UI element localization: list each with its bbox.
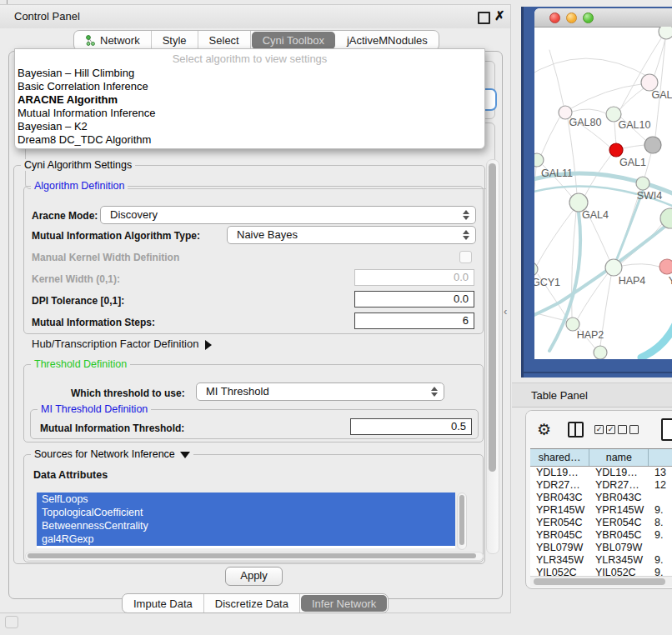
dpi-tolerance-field[interactable]: 0.0 [354,291,474,308]
table-row[interactable]: YPR145WYPR145W9. [530,504,672,517]
data-attributes-list[interactable]: SelfLoopsTopologicalCoefficientBetweenne… [37,492,455,548]
attribute-list-item[interactable]: TopologicalCoefficient [37,506,455,519]
network-node-gal11[interactable] [534,153,544,167]
dropdown-item[interactable]: Bayesian – Hill Climbing [15,67,484,80]
checked-box-icon: ✓ [606,425,615,434]
sources-title: Sources for Network Inference [34,448,175,460]
corner-grip-icon[interactable] [5,616,18,628]
settings-scrollbar-thumb[interactable] [489,163,496,472]
network-icon [85,35,96,46]
network-edge [614,122,616,144]
mi-algorithm-type-combo[interactable]: Naive Bayes [227,226,476,244]
document-icon[interactable] [661,418,672,441]
node-label: GAL10 [619,119,651,131]
attributes-scrollbar-thumb[interactable] [459,495,464,545]
mi-steps-field[interactable]: 6 [354,312,474,329]
attributes-vertical-scrollbar[interactable] [457,492,467,550]
aracne-mode-combo[interactable]: Discovery [100,206,476,224]
network-node[interactable] [659,27,672,39]
tab-network[interactable]: Network [74,31,152,50]
table-row[interactable]: YER054CYER054C8. [530,517,672,529]
table-row[interactable]: YBR045CYBR045C9. [530,529,672,542]
which-threshold-label: Which threshold to use: [71,388,185,399]
node-label: HAP4 [619,275,646,287]
table-cell [649,542,672,554]
tab-select[interactable]: Select [198,31,251,50]
panel-divider-collapse-icon[interactable]: ‹ [504,305,507,318]
table-cell: 12 [649,479,672,492]
network-node-swi4[interactable] [636,177,649,190]
attributes-hscrollbar-thumb[interactable] [28,553,476,558]
traffic-light-minimize-icon[interactable] [566,12,577,23]
float-window-icon[interactable] [478,12,490,24]
dropdown-item[interactable]: Basic Correlation Inference [15,80,484,93]
table-cell: 9. [649,529,672,542]
close-icon[interactable]: ✗ [494,8,505,23]
apply-button[interactable]: Apply [225,567,283,586]
table-row[interactable]: YBR043CYBR043C [530,492,672,504]
which-threshold-combo[interactable]: MI Threshold [196,382,444,401]
dropdown-item[interactable]: Bayesian – K2 [15,120,484,133]
network-node[interactable] [594,346,607,359]
aracne-mode-label: Aracne Mode: [32,210,98,222]
sources-toggle[interactable]: Sources for Network Inference [31,448,193,460]
network-edge [568,119,577,194]
table-cell [649,492,672,504]
bottom-tab-impute-data[interactable]: Impute Data [123,594,204,612]
network-node-gal[interactable] [641,74,658,91]
table-horizontal-scrollbar[interactable] [530,576,672,587]
table-row[interactable]: YLR345WYLR345W9. [530,554,672,567]
network-window-titlebar[interactable] [534,8,672,28]
dropdown-item[interactable]: ARACNE Algorithm [15,93,484,107]
table-hscrollbar-thumb[interactable] [534,578,665,585]
table-row[interactable]: YDL19…YDL19…13 [530,467,672,479]
table-row[interactable]: YDR27…YDR27…12 [530,479,672,492]
frame-bottom-edge [524,372,672,373]
tab-jactivemnodules[interactable]: jActiveMNodules [336,31,439,50]
mi-threshold-field[interactable]: 0.5 [350,418,472,435]
traffic-light-zoom-icon[interactable] [583,12,594,23]
table-cell: YPR145W [530,504,589,517]
network-canvas[interactable]: GALGAL80GAL10GAL1GAL11SWI4GAL4GCY1HAP4YH… [534,27,672,359]
traffic-light-close-icon[interactable] [549,12,560,23]
table-cell: YBR043C [530,492,589,504]
attribute-list-item[interactable]: gal4RGexp [37,532,455,546]
group-title: Threshold Definition [31,358,130,370]
node-label: GAL [651,89,672,101]
attributes-horizontal-scrollbar[interactable] [25,552,484,561]
hub-definition-toggle[interactable]: Hub/Transcription Factor Definition [32,338,212,350]
tab-cyni-toolbox[interactable]: Cyni Toolbox [252,32,335,49]
column-header[interactable]: name [589,449,649,466]
attribute-list-item[interactable]: BetweennessCentrality [37,519,455,532]
table-header-row: shared…name [530,448,672,467]
settings-vertical-scrollbar[interactable] [486,159,499,554]
attribute-list-item[interactable]: SelfLoops [37,492,455,506]
dropdown-item[interactable]: Mutual Information Inference [15,107,484,120]
network-node-gal1[interactable] [609,143,623,157]
tab-style[interactable]: Style [152,31,198,50]
column-header[interactable]: shared… [530,449,589,466]
dropdown-item[interactable]: Dream8 DC_TDC Algorithm [15,133,484,147]
tab-label: Network [100,34,140,47]
node-label: GAL4 [582,209,609,221]
network-edge [537,211,573,265]
bottom-tab-infer-network[interactable]: Infer Network [301,595,387,612]
gear-icon[interactable]: ⚙ [537,420,551,439]
network-node[interactable] [644,137,661,153]
group-title: Algorithm Definition [31,180,128,192]
column-header[interactable] [649,449,672,466]
empty-box-icon [618,425,627,434]
bottom-tab-discretize-data[interactable]: Discretize Data [204,594,300,612]
table-cell: YBL079W [589,542,649,554]
node-label: HAP2 [577,329,604,341]
network-node-hap4[interactable] [605,259,622,276]
mi-threshold-label: Mutual Information Threshold: [40,422,184,434]
select-all-icon[interactable]: ✓ ✓ [594,425,615,434]
table-row[interactable]: YBL079WYBL079W [530,542,672,554]
network-node-y[interactable] [659,259,672,274]
column-manager-icon[interactable] [568,422,584,438]
network-node[interactable] [660,208,672,228]
deselect-all-icon[interactable] [618,425,639,434]
spinner-arrows-icon [431,386,438,398]
table-cell: YLR345W [589,554,649,567]
